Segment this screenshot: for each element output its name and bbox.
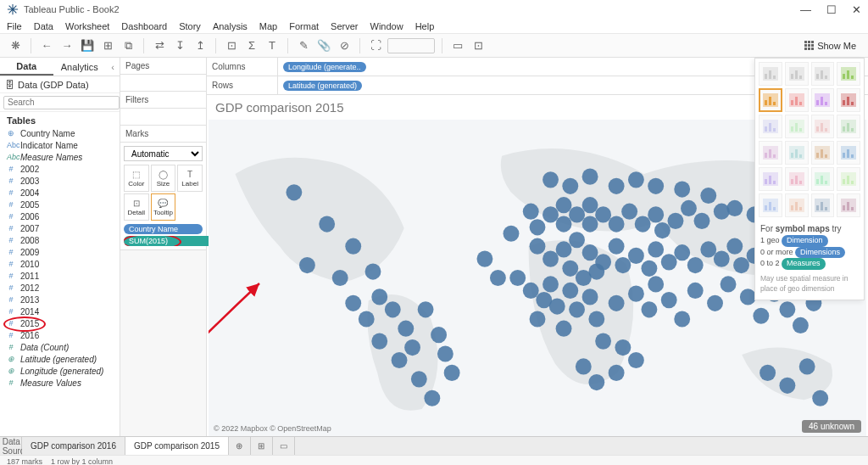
fit-button[interactable]: ⛶ — [367, 37, 384, 54]
menu-file[interactable]: File — [7, 21, 22, 31]
pages-shelf[interactable] — [120, 75, 206, 92]
field-search-input[interactable] — [3, 96, 120, 109]
field-indicator-name[interactable]: AbcIndicator Name — [0, 139, 120, 151]
field-country-name[interactable]: ⊕Country Name — [0, 127, 120, 139]
marks-label[interactable]: TLabel — [177, 165, 203, 192]
showme-chart-12[interactable] — [759, 141, 782, 165]
showme-chart-13[interactable] — [785, 141, 809, 165]
showme-chart-22[interactable] — [811, 193, 835, 217]
filters-shelf[interactable] — [120, 109, 206, 126]
show-labels-button[interactable]: T — [264, 37, 281, 54]
tab-data[interactable]: Data — [0, 58, 53, 76]
marks-color[interactable]: ⬚Color — [124, 165, 149, 192]
datasource-row[interactable]: 🗄 Data (GDP Data) — [0, 76, 120, 93]
field-2006[interactable]: #2006 — [0, 210, 120, 222]
minimize-button[interactable]: — — [800, 3, 811, 16]
totals-button[interactable]: Σ — [243, 37, 260, 54]
field-2009[interactable]: #2009 — [0, 246, 120, 258]
field-latitude-generated-[interactable]: ⊕Latitude (generated) — [0, 353, 120, 365]
field-measure-values[interactable]: #Measure Values — [0, 377, 120, 389]
columns-pill[interactable]: Longitude (generate.. — [283, 62, 366, 72]
showme-chart-14[interactable] — [811, 141, 835, 165]
showme-chart-17[interactable] — [785, 167, 809, 191]
save-button[interactable]: 💾 — [79, 37, 96, 54]
field-2015[interactable]: #2015 — [0, 317, 120, 329]
showme-chart-10[interactable] — [811, 115, 835, 138]
showme-chart-4[interactable] — [759, 88, 782, 112]
showme-chart-9[interactable] — [785, 115, 809, 138]
field-2012[interactable]: #2012 — [0, 282, 120, 294]
showme-chart-19[interactable] — [837, 167, 860, 191]
field-2013[interactable]: #2013 — [0, 294, 120, 305]
collapse-data-pane[interactable]: ‹ — [106, 58, 120, 76]
back-button[interactable]: ← — [38, 37, 55, 54]
field-2008[interactable]: #2008 — [0, 234, 120, 246]
showme-chart-20[interactable] — [759, 193, 782, 217]
new-worksheet-button[interactable]: ⊕ — [229, 437, 251, 455]
menu-data[interactable]: Data — [34, 21, 53, 31]
forward-button[interactable]: → — [58, 37, 75, 54]
new-story-button[interactable]: ▭ — [273, 437, 295, 455]
tab-sheet-2016[interactable]: GDP comparison 2016 — [22, 437, 125, 455]
showme-chart-23[interactable] — [837, 193, 860, 217]
sort-desc-button[interactable]: ↥ — [192, 37, 209, 54]
unknown-pill[interactable]: 46 unknown — [802, 420, 861, 433]
field-2016[interactable]: #2016 — [0, 329, 120, 341]
showme-chart-18[interactable] — [811, 167, 835, 191]
menu-dashboard[interactable]: Dashboard — [121, 21, 167, 31]
pin-button[interactable]: 📎 — [315, 37, 332, 54]
field-2005[interactable]: #2005 — [0, 199, 120, 210]
menu-map[interactable]: Map — [259, 21, 277, 31]
field-2011[interactable]: #2011 — [0, 270, 120, 282]
new-dashboard-button[interactable]: ⊞ — [251, 437, 273, 455]
presentation-button[interactable]: ▭ — [449, 37, 466, 54]
tab-analytics[interactable]: Analytics — [53, 58, 107, 76]
new-sheet-button[interactable]: ⧉ — [120, 37, 136, 54]
field-2014[interactable]: #2014 — [0, 305, 120, 317]
new-datasource-button[interactable]: ⊞ — [99, 37, 116, 54]
field-2007[interactable]: #2007 — [0, 222, 120, 234]
menu-analysis[interactable]: Analysis — [213, 21, 248, 31]
toolbar-search[interactable] — [387, 38, 435, 53]
menu-server[interactable]: Server — [331, 21, 358, 31]
clear-button[interactable]: ⊘ — [336, 37, 353, 54]
tab-datasource[interactable]: ⊞ Data Source — [0, 437, 22, 455]
sort-asc-button[interactable]: ↧ — [171, 37, 188, 54]
marks-size[interactable]: ◯Size — [151, 165, 176, 192]
showme-chart-11[interactable] — [837, 115, 860, 138]
menu-help[interactable]: Help — [415, 21, 435, 31]
showme-chart-6[interactable] — [811, 88, 835, 112]
show-me-button[interactable]: Show Me — [799, 39, 861, 53]
field-longitude-generated-[interactable]: ⊕Longitude (generated) — [0, 365, 120, 377]
cards-button[interactable]: ⊡ — [470, 37, 487, 54]
tableau-logo-icon[interactable]: ❋ — [7, 37, 24, 54]
showme-chart-16[interactable] — [759, 167, 782, 191]
close-button[interactable]: ✕ — [852, 3, 861, 16]
menu-worksheet[interactable]: Worksheet — [65, 21, 109, 31]
marks-pill-country-name[interactable]: Country Name — [124, 224, 203, 234]
showme-chart-1[interactable] — [785, 62, 809, 86]
showme-chart-15[interactable] — [837, 141, 860, 165]
highlight-button[interactable]: ✎ — [295, 37, 312, 54]
field-2004[interactable]: #2004 — [0, 187, 120, 199]
showme-chart-0[interactable] — [759, 62, 782, 86]
showme-chart-5[interactable] — [785, 88, 809, 112]
marks-tooltip[interactable]: 💬Tooltip — [151, 193, 176, 221]
menu-format[interactable]: Format — [289, 21, 319, 31]
showme-chart-2[interactable] — [811, 62, 835, 86]
menu-story[interactable]: Story — [179, 21, 201, 31]
marks-detail[interactable]: ⊡Detail — [124, 193, 149, 221]
field-measure-names[interactable]: AbcMeasure Names — [0, 151, 120, 163]
field-2002[interactable]: #2002 — [0, 163, 120, 175]
group-button[interactable]: ⊡ — [223, 37, 240, 54]
field-2003[interactable]: #2003 — [0, 175, 120, 187]
menu-window[interactable]: Window — [370, 21, 403, 31]
showme-chart-3[interactable] — [837, 62, 860, 86]
field-2010[interactable]: #2010 — [0, 258, 120, 270]
showme-chart-21[interactable] — [785, 193, 809, 217]
field-data-count-[interactable]: #Data (Count) — [0, 341, 120, 353]
swap-button[interactable]: ⇄ — [151, 37, 168, 54]
marks-type-select[interactable]: Automatic — [124, 146, 203, 161]
rows-pill[interactable]: Latitude (generated) — [283, 81, 362, 91]
showme-chart-7[interactable] — [837, 88, 860, 112]
